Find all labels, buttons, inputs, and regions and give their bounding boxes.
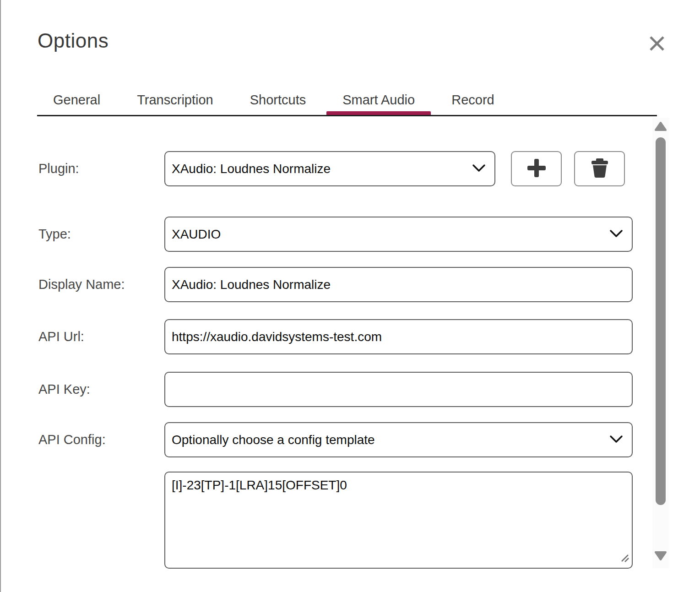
api-key-label: API Key: <box>38 382 164 397</box>
tab-smart-audio[interactable]: Smart Audio <box>326 87 431 115</box>
api-config-select[interactable]: Optionally choose a config template <box>164 422 633 457</box>
plus-icon <box>525 156 548 181</box>
type-row: Type: XAUDIO <box>1 217 652 252</box>
add-plugin-button[interactable] <box>511 151 562 186</box>
plugin-label: Plugin: <box>38 161 164 176</box>
api-key-input[interactable] <box>164 372 633 407</box>
vertical-scrollbar[interactable] <box>652 118 669 568</box>
tab-record[interactable]: Record <box>435 87 510 115</box>
api-url-row: API Url: <box>1 319 652 354</box>
display-name-label: Display Name: <box>38 277 164 292</box>
display-name-input[interactable] <box>164 267 633 302</box>
plugin-row: Plugin: XAudio: Loudnes Normalize <box>1 151 652 186</box>
type-label: Type: <box>38 227 164 242</box>
smart-audio-panel: Plugin: XAudio: Loudnes Normalize <box>1 117 652 569</box>
triangle-down-icon <box>655 551 667 562</box>
scrollbar-thumb[interactable] <box>656 137 666 505</box>
close-button[interactable] <box>646 33 668 55</box>
plugin-select[interactable]: XAudio: Loudnes Normalize <box>164 151 495 186</box>
api-config-row: API Config: Optionally choose a config t… <box>1 422 652 457</box>
scroll-down-button[interactable] <box>652 548 669 565</box>
trash-icon <box>588 157 611 181</box>
config-text-row: [I]-23[TP]-1[LRA]15[OFFSET]0 <box>1 472 652 569</box>
close-icon <box>648 34 666 54</box>
config-textarea[interactable]: [I]-23[TP]-1[LRA]15[OFFSET]0 <box>164 472 633 569</box>
triangle-up-icon <box>655 121 667 133</box>
type-select[interactable]: XAUDIO <box>164 217 633 252</box>
api-url-label: API Url: <box>38 329 164 344</box>
tab-bar: General Transcription Shortcuts Smart Au… <box>37 88 657 116</box>
api-key-row: API Key: <box>1 372 652 407</box>
display-name-row: Display Name: <box>1 267 652 302</box>
delete-plugin-button[interactable] <box>574 151 625 186</box>
page-title: Options <box>38 29 109 52</box>
api-url-input[interactable] <box>164 319 633 354</box>
api-config-label: API Config: <box>38 432 164 447</box>
tab-shortcuts[interactable]: Shortcuts <box>234 87 322 115</box>
tab-transcription[interactable]: Transcription <box>121 87 229 115</box>
tab-general[interactable]: General <box>37 87 116 115</box>
scroll-up-button[interactable] <box>652 119 669 135</box>
